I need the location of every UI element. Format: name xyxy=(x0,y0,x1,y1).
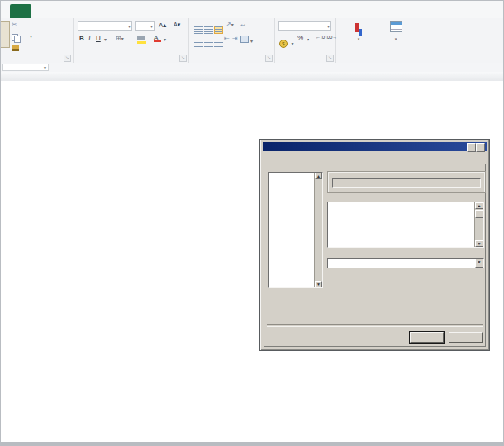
comma-style-button[interactable]: , xyxy=(307,34,309,41)
number-group: ▾ $ ▾ % , ←.0 .00→ ↘ xyxy=(275,18,336,63)
scroll-up-icon[interactable]: ▲ xyxy=(475,202,483,209)
accounting-format-button[interactable]: $ ▾ xyxy=(279,34,293,49)
clipboard-group: ✂ ▾ ↘ xyxy=(1,18,74,63)
merge-center-button[interactable]: ▾ xyxy=(240,36,253,45)
orientation-button[interactable]: ↗▾ xyxy=(226,21,234,28)
chevron-down-icon[interactable]: ▾ xyxy=(104,36,107,42)
separator xyxy=(267,324,483,327)
number-format-combo[interactable]: ▾ xyxy=(278,21,331,31)
copy-icon xyxy=(12,33,19,40)
underline-button[interactable]: U xyxy=(96,35,101,42)
cancel-button[interactable] xyxy=(449,332,483,343)
increase-decimal-button[interactable]: ←.0 xyxy=(316,35,325,40)
bold-button[interactable]: B xyxy=(79,35,84,42)
locale-dropdown[interactable]: ▼ xyxy=(327,258,484,268)
clipboard-dialog-launcher[interactable]: ↘ xyxy=(64,55,71,62)
merge-center-icon xyxy=(240,36,249,43)
chevron-down-icon: ▾ xyxy=(44,64,46,72)
close-icon[interactable] xyxy=(476,143,485,152)
scroll-thumb[interactable] xyxy=(475,210,483,218)
category-listbox[interactable]: ▲ ▼ xyxy=(268,172,323,288)
type-listbox[interactable]: ▲ ▼ xyxy=(327,202,484,248)
font-group: ▾ ▾ A▴ A▾ B I U ▾ ⊞▾ A ▾ ↘ xyxy=(74,18,189,63)
format-cells-dialog: ▲ ▼ ▲ ▼ ▼ xyxy=(259,139,490,351)
chevron-down-icon: ▾ xyxy=(150,22,153,31)
decrease-indent-button[interactable]: ⇤ xyxy=(224,35,230,42)
ribbon-tab-row xyxy=(1,1,503,19)
help-button[interactable] xyxy=(467,143,476,152)
chevron-down-icon: ▾ xyxy=(327,22,330,31)
chevron-down-icon: ▾ xyxy=(128,22,131,31)
percent-style-button[interactable]: % xyxy=(297,34,303,41)
copy-button[interactable]: ▾ xyxy=(12,32,32,40)
sample-value xyxy=(332,178,481,188)
dialog-tab-page: ▲ ▼ ▲ ▼ ▼ xyxy=(264,164,486,347)
dialog-title-bar[interactable] xyxy=(263,142,487,151)
borders-button[interactable]: ⊞▾ xyxy=(116,35,124,42)
format-painter-button[interactable] xyxy=(12,44,19,51)
fill-color-button[interactable] xyxy=(137,35,146,44)
italic-button[interactable]: I xyxy=(88,35,91,42)
paste-icon[interactable] xyxy=(0,21,10,48)
styles-group: ▾ ▾ xyxy=(336,18,503,63)
font-family-combo[interactable]: ▾ xyxy=(78,21,132,31)
increase-indent-button[interactable]: ⇥ xyxy=(232,35,238,42)
font-dialog-launcher[interactable]: ↘ xyxy=(179,55,187,62)
ribbon: ✂ ▾ ↘ ▾ ▾ xyxy=(1,18,503,64)
scroll-down-icon[interactable]: ▼ xyxy=(475,240,483,247)
chevron-down-icon[interactable]: ▾ xyxy=(164,36,166,42)
chevron-down-icon[interactable]: ▼ xyxy=(475,259,483,268)
number-dialog-launcher[interactable]: ↘ xyxy=(326,55,334,62)
conditional-formatting-icon xyxy=(353,21,364,31)
ok-button[interactable] xyxy=(410,332,444,343)
format-as-table-icon xyxy=(390,21,402,32)
brush-icon xyxy=(12,45,19,51)
shrink-font-button[interactable]: A▾ xyxy=(174,21,180,28)
font-size-combo[interactable]: ▾ xyxy=(135,21,155,31)
chevron-down-icon: ▾ xyxy=(250,39,253,44)
wrap-text-icon: ↩ xyxy=(240,22,245,28)
tab-file[interactable] xyxy=(10,4,31,18)
align-right-button[interactable] xyxy=(213,36,224,50)
chevron-down-icon: ▾ xyxy=(30,34,32,39)
chevron-down-icon: ▾ xyxy=(395,36,397,41)
chevron-down-icon: ▾ xyxy=(358,36,360,41)
category-scrollbar[interactable]: ▲ ▼ xyxy=(314,173,322,287)
excel-window: ✂ ▾ ↘ ▾ ▾ xyxy=(0,0,504,446)
alignment-dialog-launcher[interactable]: ↘ xyxy=(265,55,273,62)
alignment-group: ↗▾ ↩ ⇤ ⇥ ▾ ↘ xyxy=(189,18,275,63)
scroll-up-icon[interactable]: ▲ xyxy=(315,173,322,179)
format-as-table-button[interactable]: ▾ xyxy=(379,21,412,42)
cut-button[interactable]: ✂ xyxy=(12,21,17,28)
type-scrollbar[interactable]: ▲ ▼ xyxy=(474,202,483,247)
font-color-button[interactable]: A xyxy=(154,34,161,42)
sample-groupbox xyxy=(327,171,486,193)
conditional-formatting-button[interactable]: ▾ xyxy=(340,21,378,42)
wrap-text-button[interactable]: ↩ xyxy=(240,21,245,29)
name-box[interactable]: ▾ xyxy=(2,64,49,71)
scroll-down-icon[interactable]: ▼ xyxy=(315,281,322,287)
window-bottom-edge xyxy=(1,442,503,445)
grow-font-button[interactable]: A▴ xyxy=(159,21,166,29)
scissors-icon: ✂ xyxy=(12,21,17,28)
